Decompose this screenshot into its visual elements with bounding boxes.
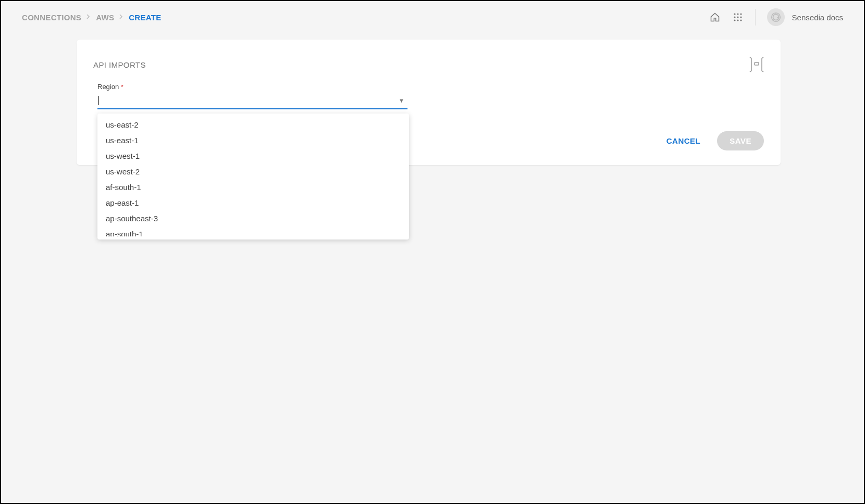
breadcrumb-connections[interactable]: CONNECTIONS xyxy=(22,13,81,22)
required-indicator: * xyxy=(121,84,123,90)
top-right-controls: Sensedia docs xyxy=(709,8,843,26)
api-imports-card: API IMPORTS Region * ▼ us-east-2 us-east… xyxy=(77,40,781,165)
vertical-divider xyxy=(755,9,756,26)
region-option[interactable]: af-south-1 xyxy=(97,179,409,195)
chevron-right-icon xyxy=(119,14,123,21)
region-dropdown: us-east-2 us-east-1 us-west-1 us-west-2 … xyxy=(97,114,409,240)
region-option[interactable]: us-west-1 xyxy=(97,148,409,163)
svg-rect-10 xyxy=(755,62,759,65)
region-select[interactable]: ▼ xyxy=(97,91,407,109)
region-option[interactable]: ap-southeast-3 xyxy=(97,210,409,226)
svg-point-5 xyxy=(740,16,742,18)
region-field: Region * ▼ us-east-2 us-east-1 us-west-1… xyxy=(97,83,407,109)
breadcrumb-create: Create xyxy=(129,13,161,22)
region-option[interactable]: ap-east-1 xyxy=(97,195,409,210)
region-option[interactable]: us-east-1 xyxy=(97,132,409,148)
svg-point-2 xyxy=(740,13,742,15)
card-title: API IMPORTS xyxy=(93,60,764,69)
svg-point-6 xyxy=(734,19,735,21)
user-name-label: Sensedia docs xyxy=(792,13,843,22)
save-button[interactable]: SAVE xyxy=(717,131,764,150)
user-menu[interactable]: Sensedia docs xyxy=(767,8,843,26)
api-gateway-icon xyxy=(749,56,764,75)
svg-point-1 xyxy=(737,13,738,15)
region-dropdown-scroll[interactable]: us-east-2 us-east-1 us-west-1 us-west-2 … xyxy=(97,117,409,236)
svg-point-3 xyxy=(734,16,735,18)
chevron-right-icon xyxy=(86,14,91,21)
breadcrumb-aws[interactable]: AWS xyxy=(96,13,114,22)
home-icon[interactable] xyxy=(709,11,721,23)
svg-point-7 xyxy=(737,19,738,21)
svg-point-4 xyxy=(737,16,738,18)
region-label: Region * xyxy=(97,83,407,91)
region-option[interactable]: us-west-2 xyxy=(97,163,409,179)
apps-grid-icon[interactable] xyxy=(732,11,744,23)
avatar xyxy=(767,8,785,26)
region-option[interactable]: us-east-2 xyxy=(97,117,409,132)
cancel-button[interactable]: CANCEL xyxy=(659,131,708,150)
breadcrumb: CONNECTIONS AWS Create xyxy=(22,13,162,22)
svg-point-8 xyxy=(740,19,742,21)
region-option[interactable]: ap-south-1 xyxy=(97,226,409,236)
dropdown-arrow-icon: ▼ xyxy=(399,97,404,104)
svg-point-0 xyxy=(734,13,735,15)
text-cursor xyxy=(98,96,99,105)
top-bar: CONNECTIONS AWS Create xyxy=(1,1,864,33)
